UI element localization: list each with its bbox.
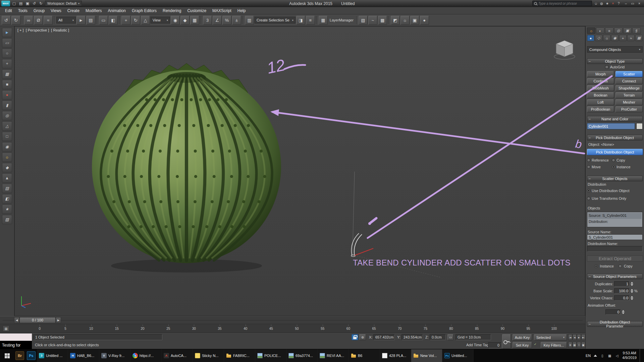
menu-item[interactable]: Customize (184, 7, 209, 14)
previous-frame-icon[interactable]: ◀ (573, 334, 577, 340)
reference-radio[interactable] (587, 159, 590, 162)
object-type-button[interactable]: Boolean (587, 92, 614, 98)
pick-distribution-rollout[interactable]: Pick Distribution Object (587, 135, 643, 140)
geosphere-primitive-icon[interactable]: ◉ (2, 142, 12, 152)
render-setup-icon[interactable]: ☼ (400, 16, 410, 25)
layer-manager-icon[interactable]: ▦ (319, 16, 328, 25)
select-and-move-icon[interactable]: + (121, 16, 130, 25)
scatter-objects-list[interactable]: Source: S_Cylinder001 Distribution: (587, 212, 643, 227)
object-type-button[interactable]: Morph (587, 71, 614, 77)
maximize-viewport-icon[interactable]: ▣ (581, 342, 585, 348)
list-item[interactable]: Distribution: (589, 219, 641, 225)
scatter-objects-rollout[interactable]: Scatter Objects (587, 176, 643, 181)
sphere-primitive-icon[interactable]: ● (2, 90, 12, 100)
menu-item[interactable]: Rendering (160, 7, 184, 14)
select-and-rotate-icon[interactable]: ↻ (131, 16, 140, 25)
minimize-icon[interactable]: – (623, 1, 629, 6)
help-icon[interactable]: ? (616, 1, 622, 6)
perspective-viewport[interactable]: [ + ] [ Perspective ] [ Realistic ] (14, 26, 585, 316)
space-warps-category-icon[interactable]: ≈ (627, 35, 635, 41)
track-bar-ruler[interactable]: 0510152025303540455055606570758085909510… (27, 327, 567, 330)
gem-icon[interactable]: ◆ (2, 163, 12, 172)
use-transforms-radio[interactable] (587, 197, 590, 200)
object-type-button[interactable]: Terrain (615, 92, 643, 98)
menu-item[interactable]: Modifiers (83, 7, 105, 14)
object-type-button[interactable]: Mesher (615, 99, 643, 105)
taskbar-item[interactable]: 3 Untitled ... (37, 349, 68, 362)
rendered-frame-icon[interactable]: ▣ (410, 16, 419, 25)
pinned-app[interactable]: Ps (25, 349, 37, 362)
utilities-tab-icon[interactable]: § (632, 27, 641, 34)
app-menu-button[interactable]: MAX (1, 1, 10, 6)
select-and-scale-icon[interactable]: △ (141, 16, 150, 25)
taskbar-item[interactable]: FABRIC... (224, 349, 255, 362)
modify-tab-icon[interactable]: ◐ (596, 27, 604, 34)
next-frame-button[interactable]: ▶ (56, 317, 61, 323)
show-hidden-icons-caret[interactable] (594, 355, 597, 357)
redo-icon[interactable]: ↻ (11, 16, 20, 25)
percent-snap-icon[interactable]: % (222, 16, 231, 25)
viewport-menu-shading[interactable]: [ Realistic ] (51, 28, 69, 32)
zoom-extents-icon[interactable]: ▦ (573, 342, 577, 348)
selection-filter-dropdown[interactable]: All (56, 17, 76, 23)
viewport-menu-pov[interactable]: [ Perspective ] (26, 28, 49, 32)
search-input[interactable] (538, 2, 590, 5)
autogrid-checkbox[interactable] (605, 65, 608, 69)
menu-item[interactable]: Help (234, 7, 249, 14)
animation-offset-spinner[interactable] (622, 310, 625, 314)
object-type-button[interactable]: ProCutter (615, 106, 643, 112)
language-indicator[interactable]: EN (586, 354, 591, 358)
source-object-parameters-rollout[interactable]: Source Object Parameters (587, 274, 643, 279)
object-color-swatch[interactable] (636, 123, 643, 129)
distribution-object-parameters-rollout[interactable]: Distribution Object Parameter (587, 321, 643, 327)
taskbar-item[interactable]: V V-Ray fr... (99, 349, 130, 362)
curve-editor-icon[interactable]: ~ (368, 16, 377, 25)
taskbar-item[interactable]: 428 PLA... (380, 349, 411, 362)
close-search-icon[interactable]: × (610, 1, 616, 6)
menu-item[interactable]: Views (48, 7, 64, 14)
systems-category-icon[interactable]: ▦ (635, 35, 643, 41)
animation-offset-field[interactable]: 0 (605, 309, 621, 315)
name-and-color-rollout[interactable]: Name and Color (587, 116, 643, 122)
taskbar-item[interactable]: H HAB_B6... (68, 349, 99, 362)
list-item[interactable]: Source: S_Cylinder001 (588, 213, 642, 219)
selection-lock-toggle[interactable] (352, 334, 358, 340)
material-editor-icon[interactable]: ◩ (391, 16, 400, 25)
close-icon[interactable]: × (636, 1, 643, 6)
network-icon[interactable]: ▦ (607, 354, 612, 358)
grid-helper-icon[interactable]: ▦ (2, 69, 12, 79)
list-view-icon[interactable]: ▤ (2, 184, 12, 193)
named-selection-dropdown[interactable]: Create Selection Se (255, 17, 296, 23)
cone-primitive-icon[interactable]: △ (2, 121, 12, 131)
start-button[interactable] (0, 349, 14, 362)
key-selection-dropdown[interactable]: Selected (534, 334, 567, 341)
pick-distribution-object-button[interactable]: Pick Distribution Object (587, 149, 643, 155)
cameras-category-icon[interactable]: ◉ (611, 35, 619, 41)
keyboard-override-icon[interactable]: ▦ (190, 16, 199, 25)
maxscript-mini-listener[interactable]: Testing for (0, 341, 32, 349)
base-scale-field[interactable]: 100.0 (614, 288, 630, 294)
taskbar-item[interactable]: Sticky N... (193, 349, 224, 362)
time-configuration-icon[interactable]: ▦ (3, 325, 9, 331)
y-coordinate-field[interactable]: 243.554cm (401, 334, 423, 340)
marquee-select-icon[interactable]: ▭ (2, 38, 12, 48)
snap-toggle-3d-icon[interactable]: 3 (203, 16, 212, 25)
hatch-icon[interactable]: ▨ (2, 215, 12, 224)
select-object-icon[interactable]: ► (76, 16, 86, 25)
menu-item[interactable]: Animation (105, 7, 129, 14)
align-icon[interactable]: ≡ (306, 16, 315, 25)
set-key-button[interactable]: Set Key (513, 342, 532, 348)
menu-item[interactable]: Edit (2, 7, 15, 14)
duplicates-field[interactable]: 1 (614, 281, 630, 287)
communication-center-icon[interactable]: ◍ (599, 1, 604, 6)
workspace-dropdown[interactable]: Workspace: Default (45, 1, 82, 6)
object-type-button[interactable]: ShapeMerge (615, 85, 643, 91)
absolute-mode-toggle[interactable]: ▭ (447, 334, 453, 340)
box-primitive-icon[interactable]: ■ (2, 80, 12, 89)
duplicates-spinner[interactable] (631, 282, 633, 286)
taskbar-clock[interactable]: 9:53 AM 4/9/2019 (622, 351, 637, 360)
render-production-icon[interactable]: ● (420, 16, 429, 25)
go-to-start-icon[interactable]: |◀ (568, 334, 572, 340)
view-cube[interactable] (553, 38, 576, 60)
named-selection-sets-icon[interactable]: ▥ (245, 16, 254, 25)
